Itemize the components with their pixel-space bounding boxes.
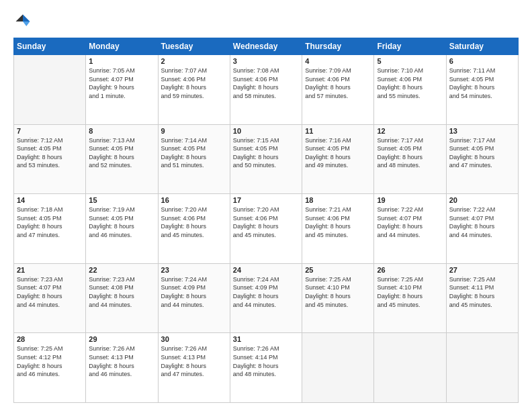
day-number: 3 <box>233 57 299 65</box>
cell-sun-info: Sunrise: 7:18 AM Sunset: 4:05 PM Dayligh… <box>17 205 83 239</box>
calendar-cell: 25Sunrise: 7:25 AM Sunset: 4:10 PM Dayli… <box>302 263 374 333</box>
weekday-header-saturday: Saturday <box>446 38 518 55</box>
cell-sun-info: Sunrise: 7:17 AM Sunset: 4:05 PM Dayligh… <box>377 136 443 170</box>
day-number: 10 <box>233 127 299 135</box>
cell-sun-info: Sunrise: 7:24 AM Sunset: 4:09 PM Dayligh… <box>233 275 299 309</box>
calendar-cell: 21Sunrise: 7:23 AM Sunset: 4:07 PM Dayli… <box>14 263 86 333</box>
cell-sun-info: Sunrise: 7:22 AM Sunset: 4:07 PM Dayligh… <box>449 205 515 239</box>
day-number: 16 <box>161 196 227 204</box>
calendar-cell: 6Sunrise: 7:11 AM Sunset: 4:05 PM Daylig… <box>446 55 518 125</box>
day-number: 13 <box>449 127 515 135</box>
calendar-cell: 31Sunrise: 7:26 AM Sunset: 4:14 PM Dayli… <box>230 333 302 403</box>
day-number: 28 <box>17 335 83 343</box>
calendar-cell: 14Sunrise: 7:18 AM Sunset: 4:05 PM Dayli… <box>14 194 86 264</box>
cell-sun-info: Sunrise: 7:25 AM Sunset: 4:12 PM Dayligh… <box>17 345 83 378</box>
cell-sun-info: Sunrise: 7:24 AM Sunset: 4:09 PM Dayligh… <box>161 275 227 309</box>
cell-sun-info: Sunrise: 7:11 AM Sunset: 4:05 PM Dayligh… <box>449 66 515 100</box>
day-number: 25 <box>305 266 371 274</box>
day-number: 5 <box>377 57 443 65</box>
calendar-cell: 5Sunrise: 7:10 AM Sunset: 4:06 PM Daylig… <box>374 55 446 125</box>
cell-sun-info: Sunrise: 7:14 AM Sunset: 4:05 PM Dayligh… <box>161 136 227 170</box>
calendar-cell: 20Sunrise: 7:22 AM Sunset: 4:07 PM Dayli… <box>446 194 518 264</box>
day-number: 22 <box>89 266 154 274</box>
day-number: 8 <box>89 127 154 135</box>
day-number: 11 <box>305 127 371 135</box>
cell-sun-info: Sunrise: 7:16 AM Sunset: 4:05 PM Dayligh… <box>305 136 371 170</box>
calendar-week-3: 14Sunrise: 7:18 AM Sunset: 4:05 PM Dayli… <box>14 194 519 264</box>
calendar-cell: 9Sunrise: 7:14 AM Sunset: 4:05 PM Daylig… <box>158 124 230 194</box>
page: SundayMondayTuesdayWednesdayThursdayFrid… <box>0 0 532 411</box>
cell-sun-info: Sunrise: 7:26 AM Sunset: 4:13 PM Dayligh… <box>89 345 154 378</box>
day-number: 4 <box>305 57 371 65</box>
weekday-header-tuesday: Tuesday <box>158 38 230 55</box>
calendar-week-5: 28Sunrise: 7:25 AM Sunset: 4:12 PM Dayli… <box>14 333 519 403</box>
cell-sun-info: Sunrise: 7:22 AM Sunset: 4:07 PM Dayligh… <box>377 205 443 239</box>
calendar-cell: 7Sunrise: 7:12 AM Sunset: 4:05 PM Daylig… <box>14 124 86 194</box>
day-number: 14 <box>17 196 83 204</box>
day-number: 24 <box>233 266 299 274</box>
calendar-cell <box>14 55 86 125</box>
calendar-cell <box>446 333 518 403</box>
cell-sun-info: Sunrise: 7:23 AM Sunset: 4:08 PM Dayligh… <box>89 275 154 309</box>
cell-sun-info: Sunrise: 7:08 AM Sunset: 4:06 PM Dayligh… <box>233 66 299 100</box>
day-number: 21 <box>17 266 83 274</box>
calendar-cell: 24Sunrise: 7:24 AM Sunset: 4:09 PM Dayli… <box>230 263 302 333</box>
day-number: 20 <box>449 196 515 204</box>
cell-sun-info: Sunrise: 7:17 AM Sunset: 4:05 PM Dayligh… <box>449 136 515 170</box>
calendar-cell: 23Sunrise: 7:24 AM Sunset: 4:09 PM Dayli… <box>158 263 230 333</box>
svg-marker-2 <box>16 15 24 22</box>
cell-sun-info: Sunrise: 7:12 AM Sunset: 4:05 PM Dayligh… <box>17 136 83 170</box>
weekday-header-monday: Monday <box>86 38 158 55</box>
weekday-header-friday: Friday <box>374 38 446 55</box>
cell-sun-info: Sunrise: 7:21 AM Sunset: 4:06 PM Dayligh… <box>305 205 371 239</box>
calendar-cell: 11Sunrise: 7:16 AM Sunset: 4:05 PM Dayli… <box>302 124 374 194</box>
calendar-cell: 28Sunrise: 7:25 AM Sunset: 4:12 PM Dayli… <box>14 333 86 403</box>
calendar-cell: 16Sunrise: 7:20 AM Sunset: 4:06 PM Dayli… <box>158 194 230 264</box>
svg-marker-1 <box>23 21 30 26</box>
cell-sun-info: Sunrise: 7:23 AM Sunset: 4:07 PM Dayligh… <box>17 275 83 309</box>
cell-sun-info: Sunrise: 7:09 AM Sunset: 4:06 PM Dayligh… <box>305 66 371 100</box>
calendar-cell: 29Sunrise: 7:26 AM Sunset: 4:13 PM Dayli… <box>86 333 158 403</box>
cell-sun-info: Sunrise: 7:19 AM Sunset: 4:05 PM Dayligh… <box>89 205 154 239</box>
weekday-header-wednesday: Wednesday <box>230 38 302 55</box>
calendar-cell: 3Sunrise: 7:08 AM Sunset: 4:06 PM Daylig… <box>230 55 302 125</box>
day-number: 27 <box>449 266 515 274</box>
calendar-cell: 26Sunrise: 7:25 AM Sunset: 4:10 PM Dayli… <box>374 263 446 333</box>
weekday-header-sunday: Sunday <box>14 38 86 55</box>
calendar-cell: 19Sunrise: 7:22 AM Sunset: 4:07 PM Dayli… <box>374 194 446 264</box>
calendar-week-1: 1Sunrise: 7:05 AM Sunset: 4:07 PM Daylig… <box>14 55 519 125</box>
calendar-cell: 8Sunrise: 7:13 AM Sunset: 4:05 PM Daylig… <box>86 124 158 194</box>
day-number: 30 <box>161 335 227 343</box>
header <box>13 12 519 31</box>
weekday-header-thursday: Thursday <box>302 38 374 55</box>
day-number: 29 <box>89 335 154 343</box>
cell-sun-info: Sunrise: 7:05 AM Sunset: 4:07 PM Dayligh… <box>89 66 154 100</box>
cell-sun-info: Sunrise: 7:07 AM Sunset: 4:06 PM Dayligh… <box>161 66 227 100</box>
calendar-cell: 30Sunrise: 7:26 AM Sunset: 4:13 PM Dayli… <box>158 333 230 403</box>
calendar-cell: 22Sunrise: 7:23 AM Sunset: 4:08 PM Dayli… <box>86 263 158 333</box>
cell-sun-info: Sunrise: 7:25 AM Sunset: 4:10 PM Dayligh… <box>377 275 443 309</box>
calendar-cell: 17Sunrise: 7:20 AM Sunset: 4:06 PM Dayli… <box>230 194 302 264</box>
calendar-week-4: 21Sunrise: 7:23 AM Sunset: 4:07 PM Dayli… <box>14 263 519 333</box>
day-number: 17 <box>233 196 299 204</box>
cell-sun-info: Sunrise: 7:25 AM Sunset: 4:10 PM Dayligh… <box>305 275 371 309</box>
calendar-cell: 10Sunrise: 7:15 AM Sunset: 4:05 PM Dayli… <box>230 124 302 194</box>
day-number: 26 <box>377 266 443 274</box>
calendar-cell <box>302 333 374 403</box>
day-number: 31 <box>233 335 299 343</box>
calendar-cell: 12Sunrise: 7:17 AM Sunset: 4:05 PM Dayli… <box>374 124 446 194</box>
calendar-cell: 13Sunrise: 7:17 AM Sunset: 4:05 PM Dayli… <box>446 124 518 194</box>
day-number: 19 <box>377 196 443 204</box>
weekday-header-row: SundayMondayTuesdayWednesdayThursdayFrid… <box>14 38 519 55</box>
svg-marker-0 <box>23 15 30 22</box>
cell-sun-info: Sunrise: 7:10 AM Sunset: 4:06 PM Dayligh… <box>377 66 443 100</box>
cell-sun-info: Sunrise: 7:25 AM Sunset: 4:11 PM Dayligh… <box>449 275 515 309</box>
cell-sun-info: Sunrise: 7:20 AM Sunset: 4:06 PM Dayligh… <box>233 205 299 239</box>
calendar-cell: 2Sunrise: 7:07 AM Sunset: 4:06 PM Daylig… <box>158 55 230 125</box>
day-number: 7 <box>17 127 83 135</box>
day-number: 15 <box>89 196 154 204</box>
calendar-cell: 15Sunrise: 7:19 AM Sunset: 4:05 PM Dayli… <box>86 194 158 264</box>
day-number: 2 <box>161 57 227 65</box>
calendar-cell <box>374 333 446 403</box>
calendar-cell: 18Sunrise: 7:21 AM Sunset: 4:06 PM Dayli… <box>302 194 374 264</box>
